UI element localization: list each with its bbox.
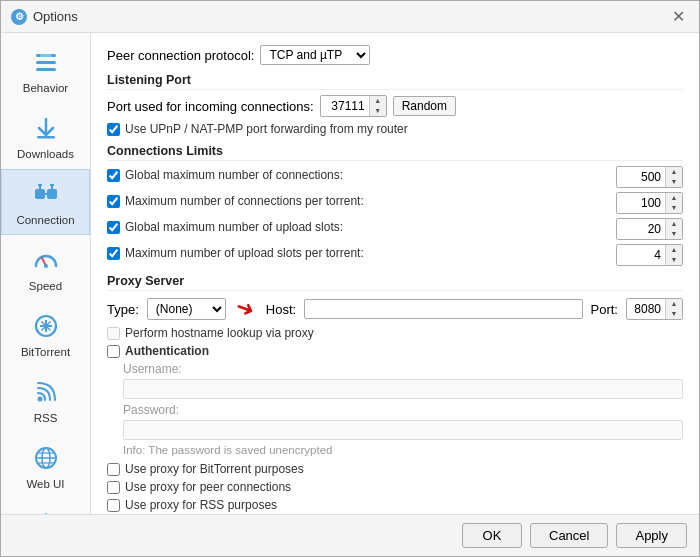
cancel-button[interactable]: Cancel bbox=[530, 523, 608, 548]
password-label: Password: bbox=[123, 403, 683, 417]
sidebar-label-speed: Speed bbox=[29, 280, 62, 292]
svg-rect-3 bbox=[40, 54, 52, 57]
port-label-proxy: Port: bbox=[591, 302, 618, 317]
bittorrent-icon bbox=[30, 310, 62, 342]
port-spinner: 37111 ▲ ▼ bbox=[320, 95, 387, 117]
downloads-icon bbox=[30, 112, 62, 144]
svg-rect-4 bbox=[37, 136, 55, 139]
conn-label-3: Maximum number of upload slots per torre… bbox=[125, 246, 364, 260]
port-input[interactable]: 37111 bbox=[321, 97, 369, 115]
red-arrow-annotation: ➜ bbox=[232, 294, 258, 325]
conn-dn-3[interactable]: ▼ bbox=[666, 255, 682, 265]
conn-dn-1[interactable]: ▼ bbox=[666, 203, 682, 213]
use-rss-label: Use proxy for RSS purposes bbox=[125, 498, 277, 512]
protocol-label: Peer connection protocol: bbox=[107, 48, 254, 63]
proxy-host-input[interactable] bbox=[304, 299, 582, 319]
conn-dn-2[interactable]: ▼ bbox=[666, 229, 682, 239]
conn-up-3[interactable]: ▲ bbox=[666, 245, 682, 255]
sidebar-label-rss: RSS bbox=[34, 412, 58, 424]
sidebar-item-advanced[interactable]: Advanced bbox=[1, 499, 90, 514]
conn-label-1: Maximum number of connections per torren… bbox=[125, 194, 364, 208]
svg-rect-6 bbox=[47, 189, 57, 199]
password-row: Password: bbox=[123, 403, 683, 440]
app-icon: ⚙ bbox=[11, 9, 27, 25]
proxy-port-dn[interactable]: ▼ bbox=[666, 309, 682, 319]
hostname-lookup-checkbox[interactable] bbox=[107, 327, 120, 340]
webui-icon bbox=[30, 442, 62, 474]
apply-button[interactable]: Apply bbox=[616, 523, 687, 548]
proxy-server-header: Proxy Server bbox=[107, 274, 683, 291]
conn-spinner-3: ▲ ▼ bbox=[616, 244, 683, 266]
sidebar: Behavior Downloads bbox=[1, 33, 91, 514]
svg-rect-1 bbox=[36, 61, 56, 64]
sidebar-item-bittorrent[interactable]: BitTorrent bbox=[1, 301, 90, 367]
connection-limits-header: Connections Limits bbox=[107, 144, 683, 161]
conn-row-1: Maximum number of connections per torren… bbox=[107, 194, 608, 208]
use-peer-row: Use proxy for peer connections bbox=[107, 480, 683, 494]
upnp-checkbox[interactable] bbox=[107, 123, 120, 136]
conn-up-1[interactable]: ▲ bbox=[666, 193, 682, 203]
conn-check-1[interactable] bbox=[107, 195, 120, 208]
conn-input-2[interactable] bbox=[617, 220, 665, 238]
options-window: ⚙ Options ✕ Behavior bbox=[0, 0, 700, 557]
random-button[interactable]: Random bbox=[393, 96, 456, 116]
conn-spinner-2: ▲ ▼ bbox=[616, 218, 683, 240]
hostname-lookup-row: Perform hostname lookup via proxy bbox=[107, 326, 683, 340]
upnp-row: Use UPnP / NAT-PMP port forwarding from … bbox=[107, 122, 683, 136]
conn-check-3[interactable] bbox=[107, 247, 120, 260]
protocol-select[interactable]: TCP and µTP bbox=[260, 45, 370, 65]
sidebar-item-connection[interactable]: Connection bbox=[1, 169, 90, 235]
main-body: Behavior Downloads bbox=[1, 33, 699, 514]
use-peer-checkbox[interactable] bbox=[107, 481, 120, 494]
conn-label-2: Global maximum number of upload slots: bbox=[125, 220, 343, 234]
host-label: Host: bbox=[266, 302, 296, 317]
port-label: Port used for incoming connections: bbox=[107, 99, 314, 114]
proxy-type-select[interactable]: (None) HTTP SOCKS4 SOCKS5 bbox=[147, 298, 226, 320]
use-bittorrent-checkbox[interactable] bbox=[107, 463, 120, 476]
sidebar-item-speed[interactable]: Speed bbox=[1, 235, 90, 301]
svg-rect-5 bbox=[35, 189, 45, 199]
ok-button[interactable]: OK bbox=[462, 523, 522, 548]
use-bittorrent-row: Use proxy for BitTorrent purposes bbox=[107, 462, 683, 476]
protocol-row: Peer connection protocol: TCP and µTP bbox=[107, 45, 683, 65]
password-info: Info: The password is saved unencrypted bbox=[123, 444, 683, 456]
sidebar-item-webui[interactable]: Web UI bbox=[1, 433, 90, 499]
connection-icon bbox=[30, 178, 62, 210]
svg-point-19 bbox=[37, 397, 42, 402]
sidebar-item-behavior[interactable]: Behavior bbox=[1, 37, 90, 103]
authentication-label: Authentication bbox=[125, 344, 209, 358]
username-input[interactable] bbox=[123, 379, 683, 399]
conn-input-3[interactable] bbox=[617, 246, 665, 264]
conn-up-2[interactable]: ▲ bbox=[666, 219, 682, 229]
content-area: Peer connection protocol: TCP and µTP Li… bbox=[91, 33, 699, 514]
conn-check-0[interactable] bbox=[107, 169, 120, 182]
proxy-port-up[interactable]: ▲ bbox=[666, 299, 682, 309]
titlebar: ⚙ Options ✕ bbox=[1, 1, 699, 33]
conn-spinner-0: ▲ ▼ bbox=[616, 166, 683, 188]
behavior-icon bbox=[30, 46, 62, 78]
close-button[interactable]: ✕ bbox=[667, 6, 689, 28]
sidebar-item-downloads[interactable]: Downloads bbox=[1, 103, 90, 169]
sidebar-item-rss[interactable]: RSS bbox=[1, 367, 90, 433]
window-title: Options bbox=[33, 9, 78, 24]
conn-spinner-1: ▲ ▼ bbox=[616, 192, 683, 214]
hostname-lookup-label: Perform hostname lookup via proxy bbox=[125, 326, 314, 340]
conn-input-0[interactable] bbox=[617, 168, 665, 186]
conn-row-3: Maximum number of upload slots per torre… bbox=[107, 246, 608, 260]
sidebar-label-behavior: Behavior bbox=[23, 82, 68, 94]
port-down-btn[interactable]: ▼ bbox=[370, 106, 386, 116]
password-input[interactable] bbox=[123, 420, 683, 440]
use-rss-checkbox[interactable] bbox=[107, 499, 120, 512]
listening-port-header: Listening Port bbox=[107, 73, 683, 90]
use-bittorrent-label: Use proxy for BitTorrent purposes bbox=[125, 462, 304, 476]
upnp-label: Use UPnP / NAT-PMP port forwarding from … bbox=[125, 122, 408, 136]
username-label: Username: bbox=[123, 362, 683, 376]
conn-check-2[interactable] bbox=[107, 221, 120, 234]
port-up-btn[interactable]: ▲ bbox=[370, 96, 386, 106]
conn-up-0[interactable]: ▲ bbox=[666, 167, 682, 177]
conn-input-1[interactable] bbox=[617, 194, 665, 212]
conn-row-0: Global maximum number of connections: bbox=[107, 168, 608, 182]
authentication-checkbox[interactable] bbox=[107, 345, 120, 358]
conn-dn-0[interactable]: ▼ bbox=[666, 177, 682, 187]
proxy-port-input[interactable] bbox=[627, 300, 665, 318]
